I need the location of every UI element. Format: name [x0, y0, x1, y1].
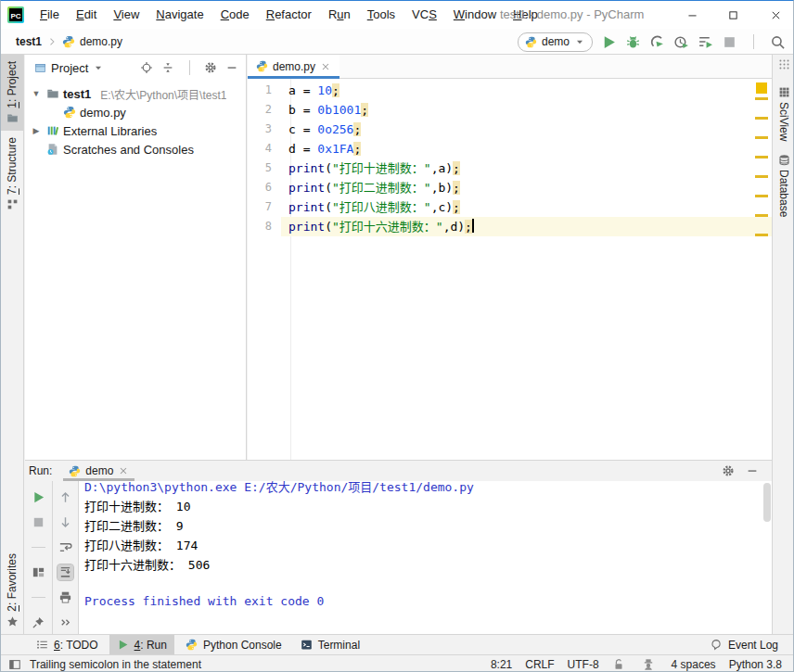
code-line[interactable]: 4 d = 0x1FA;: [248, 139, 772, 158]
code-line[interactable]: 6 print("打印二进制数：",b);: [248, 178, 772, 197]
tree-expand-arrow[interactable]: ▶: [30, 126, 43, 135]
code-area[interactable]: 1 a = 10; 2 b = 0b1001; 3 c = 0o256;: [248, 81, 772, 236]
minimize-icon[interactable]: [225, 61, 238, 74]
menu-item[interactable]: Tools: [359, 1, 403, 29]
line-number[interactable]: 8: [248, 217, 281, 236]
menu-item[interactable]: Refactor: [258, 1, 320, 29]
debug-icon[interactable]: [625, 34, 641, 50]
tool-window-toggle-icon[interactable]: [8, 658, 21, 671]
layout-icon[interactable]: [31, 564, 46, 580]
menu-item[interactable]: Navigate: [147, 1, 211, 29]
code-token: d =: [288, 142, 317, 156]
line-number[interactable]: 3: [248, 120, 281, 139]
structure-icon: [6, 198, 19, 210]
minimize-button[interactable]: [678, 1, 706, 29]
tool-window-button[interactable]: 1: Project: [1, 55, 23, 131]
coverage-icon[interactable]: [649, 34, 665, 50]
code-line[interactable]: 2 b = 0b1001;: [248, 100, 772, 120]
run-configuration-select[interactable]: demo: [518, 32, 593, 52]
status-item[interactable]: 4 spaces: [672, 658, 716, 671]
status-item[interactable]: [642, 658, 659, 671]
stop-icon[interactable]: [722, 34, 737, 50]
line-number[interactable]: 7: [248, 197, 281, 217]
warning-stripe-mark[interactable]: [755, 175, 768, 178]
tab-close-icon[interactable]: [118, 465, 129, 476]
tool-window-button[interactable]: Database: [773, 147, 794, 223]
minimize-icon[interactable]: [746, 464, 759, 477]
tool-window-button[interactable]: SciView: [773, 80, 794, 147]
project-view-selector[interactable]: Project: [34, 61, 104, 75]
breadcrumb-project[interactable]: test1: [16, 35, 42, 48]
warning-stripe-mark[interactable]: [755, 195, 768, 197]
line-number[interactable]: 6: [248, 178, 281, 197]
run-icon[interactable]: [31, 489, 46, 505]
tree-row[interactable]: ▶ External Libraries: [25, 121, 246, 140]
search-icon[interactable]: [770, 34, 786, 50]
status-item[interactable]: UTF-8: [568, 658, 599, 671]
menu-item[interactable]: File: [32, 1, 68, 29]
run-icon[interactable]: [601, 34, 617, 50]
profiler-icon[interactable]: [673, 34, 689, 50]
menu-item[interactable]: View: [105, 1, 147, 29]
more-icon[interactable]: [58, 615, 73, 630]
status-item[interactable]: [612, 658, 629, 671]
tool-window-bar-button[interactable]: Terminal: [293, 635, 367, 655]
code-line[interactable]: 8 print("打印十六进制数：",d);: [248, 217, 772, 236]
tool-window-button[interactable]: 7: Structure: [1, 131, 23, 217]
status-item[interactable]: Python 3.8: [729, 658, 782, 671]
status-item[interactable]: 8:21: [491, 658, 512, 671]
pin-icon[interactable]: [31, 615, 46, 630]
line-number[interactable]: 4: [248, 139, 281, 158]
collapse-icon[interactable]: [161, 61, 174, 74]
tree-row[interactable]: Scratches and Consoles: [25, 140, 246, 158]
event-log-button[interactable]: Event Log: [703, 635, 793, 655]
warning-stripe-mark[interactable]: [755, 136, 768, 139]
warning-stripe-mark[interactable]: [755, 117, 768, 120]
code-line[interactable]: 7 print("打印八进制数：",c);: [248, 197, 772, 217]
editor-tab-demo[interactable]: demo.py: [248, 55, 339, 78]
warning-stripe-mark[interactable]: [755, 214, 768, 217]
tree-expand-arrow[interactable]: ▼: [30, 89, 43, 98]
maximize-button[interactable]: [719, 1, 747, 29]
warning-stripe-mark[interactable]: [755, 234, 768, 236]
line-number[interactable]: 2: [248, 100, 281, 120]
tab-close-icon[interactable]: [320, 61, 331, 72]
breadcrumb-file[interactable]: demo.py: [80, 35, 122, 48]
console-scrollbar[interactable]: [763, 483, 771, 522]
status-item[interactable]: CRLF: [525, 658, 554, 671]
run-tab-demo[interactable]: demo: [61, 461, 136, 481]
menu-item[interactable]: Edit: [68, 1, 105, 29]
inspections-status-square[interactable]: [756, 82, 767, 94]
arrow-down-icon[interactable]: [58, 514, 73, 530]
scrollend-icon[interactable]: [58, 564, 73, 580]
warning-stripe-mark[interactable]: [755, 97, 768, 100]
tool-window-bar-button[interactable]: 6: TODO: [29, 635, 106, 655]
tree-row[interactable]: demo.py: [25, 103, 246, 121]
menu-item[interactable]: Code: [212, 1, 258, 29]
softwrap-icon[interactable]: [58, 539, 73, 555]
warning-stripe-mark[interactable]: [755, 156, 768, 158]
run-console[interactable]: D:\python3\python.exe E:/农大/Python/项目/te…: [79, 481, 772, 634]
gear-icon[interactable]: [204, 61, 217, 74]
code-line[interactable]: 1 a = 10;: [248, 81, 772, 100]
close-button[interactable]: [762, 1, 789, 29]
arrow-up-icon[interactable]: [58, 489, 73, 505]
stop-icon[interactable]: [31, 514, 46, 530]
tool-window-bar-button[interactable]: Python Console: [178, 635, 289, 655]
tool-window-bar-button[interactable]: 4: Run: [109, 635, 174, 655]
code-line[interactable]: 3 c = 0o256;: [248, 120, 772, 139]
code-line[interactable]: 5 print("打印十进制数：",a);: [248, 158, 772, 178]
menu-item[interactable]: Window: [445, 1, 505, 29]
line-number[interactable]: 1: [248, 81, 281, 100]
stripe-dots-icon[interactable]: [778, 58, 790, 70]
tool-window-button[interactable]: 2: Favorites: [1, 547, 23, 634]
menu-item[interactable]: Run: [320, 1, 359, 29]
line-number[interactable]: 5: [248, 158, 281, 178]
tree-row[interactable]: ▼ test1 E:\农大\Python\项目\test1: [25, 84, 246, 103]
target-icon[interactable]: [140, 61, 153, 74]
gear-icon[interactable]: [722, 464, 735, 477]
printer-icon[interactable]: [58, 590, 73, 605]
error-stripe[interactable]: [752, 79, 772, 460]
run-lines-icon[interactable]: [698, 34, 713, 50]
menu-item[interactable]: VCS: [403, 1, 445, 29]
